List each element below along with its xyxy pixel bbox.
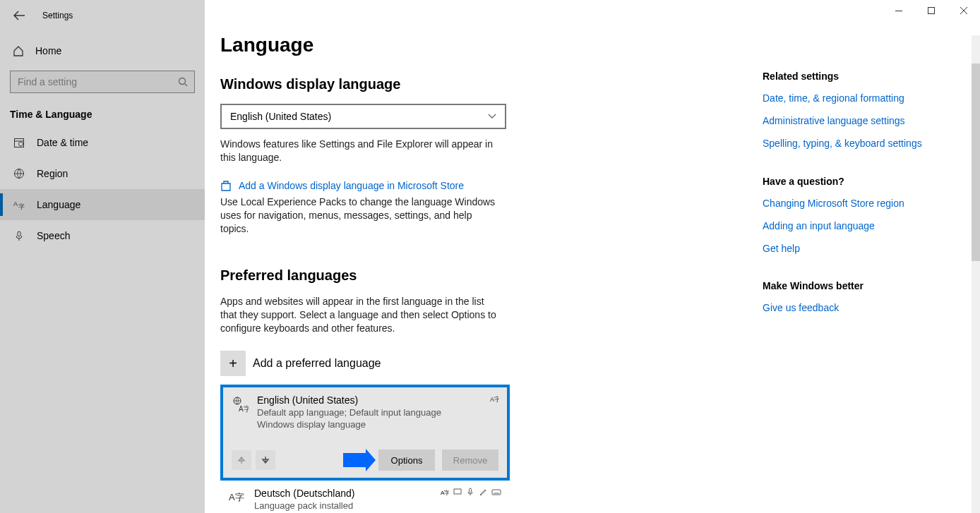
- content: Language Windows display language Englis…: [220, 34, 757, 499]
- search-icon: [178, 77, 188, 87]
- display-language-select[interactable]: English (United States): [220, 104, 506, 129]
- main-area: Language Windows display language Englis…: [205, 0, 980, 513]
- svg-text:A: A: [13, 200, 18, 207]
- svg-rect-12: [18, 231, 20, 236]
- keyboard-icon: [491, 488, 501, 496]
- language-item-icon: A字: [232, 394, 249, 413]
- search-box[interactable]: [10, 71, 195, 93]
- related-link[interactable]: Date, time, & regional formatting: [763, 92, 926, 104]
- maximize-button[interactable]: [915, 0, 948, 21]
- svg-line-5: [185, 84, 188, 87]
- add-language-row[interactable]: + Add a preferred language: [220, 351, 757, 376]
- titlebar: Settings: [0, 6, 205, 25]
- options-button[interactable]: Options: [378, 449, 435, 471]
- svg-rect-18: [454, 489, 461, 494]
- move-up-button[interactable]: [232, 450, 251, 470]
- globe-icon: [13, 168, 25, 179]
- minimize-button[interactable]: [883, 0, 915, 21]
- nav-category: Time & Language: [0, 109, 205, 120]
- language-item-sub1: Language pack installed: [254, 500, 354, 511]
- scrollbar[interactable]: [972, 35, 980, 513]
- nav-date-time[interactable]: Date & time: [0, 127, 205, 158]
- svg-text:字: 字: [18, 203, 25, 210]
- svg-text:A字: A字: [229, 492, 244, 502]
- language-item-name: Deutsch (Deutschland): [254, 488, 354, 499]
- language-item-selected[interactable]: A字 English (United States) Default app l…: [220, 385, 510, 481]
- speech-icon: [466, 488, 474, 496]
- add-language-label: Add a preferred language: [253, 357, 381, 370]
- svg-rect-1: [928, 8, 935, 14]
- plus-icon[interactable]: +: [220, 351, 246, 376]
- microphone-icon: [13, 230, 25, 241]
- aside: Related settings Date, time, & regional …: [757, 34, 926, 499]
- help-link[interactable]: Changing Microsoft Store region: [763, 197, 926, 210]
- search-input[interactable]: [10, 71, 195, 93]
- related-link[interactable]: Administrative language settings: [763, 114, 926, 127]
- nav-language[interactable]: A字 Language: [0, 189, 205, 220]
- home-nav[interactable]: Home: [0, 38, 205, 64]
- home-label: Home: [35, 45, 61, 56]
- svg-text:A字: A字: [490, 396, 498, 403]
- svg-point-8: [19, 142, 23, 146]
- language-item-sub2: Windows display language: [257, 419, 441, 430]
- language-icon: A字: [13, 199, 25, 210]
- move-down-button[interactable]: [256, 450, 275, 470]
- preferred-heading: Preferred languages: [220, 267, 757, 284]
- sidebar: Settings Home Time & Language Date & tim…: [0, 0, 205, 513]
- feedback-link[interactable]: Give us feedback: [763, 301, 926, 314]
- lep-caption: Use Local Experience Packs to change the…: [220, 195, 503, 236]
- language-item-name: English (United States): [257, 394, 441, 406]
- remove-button[interactable]: Remove: [442, 449, 498, 471]
- handwriting-icon: [479, 488, 487, 496]
- nav-item-label: Speech: [37, 230, 70, 241]
- related-heading: Related settings: [763, 71, 926, 82]
- nav-region[interactable]: Region: [0, 158, 205, 189]
- feedback-heading: Make Windows better: [763, 280, 926, 291]
- svg-point-4: [179, 78, 186, 85]
- back-button[interactable]: [13, 9, 25, 22]
- app-title: Settings: [42, 11, 73, 20]
- svg-text:A字: A字: [441, 490, 449, 496]
- language-item[interactable]: A字 Deutsch (Deutschland) Language pack i…: [220, 481, 510, 513]
- help-link[interactable]: Get help: [763, 242, 926, 255]
- svg-rect-19: [470, 488, 472, 493]
- text-to-speech-icon: A字: [441, 488, 449, 496]
- question-heading: Have a question?: [763, 176, 926, 187]
- store-icon: [220, 180, 232, 191]
- nav-item-label: Language: [37, 199, 80, 210]
- display-lang-heading: Windows display language: [220, 76, 757, 92]
- svg-rect-20: [492, 490, 501, 495]
- svg-rect-0: [895, 11, 902, 11]
- nav-speech[interactable]: Speech: [0, 220, 205, 251]
- preferred-caption: Apps and websites will appear in the fir…: [220, 295, 499, 335]
- language-item-sub1: Default app language; Default input lang…: [257, 407, 441, 418]
- language-features-badges: A字: [441, 488, 501, 496]
- annotation-arrow: [343, 453, 367, 467]
- window-controls: [883, 0, 980, 21]
- chevron-down-icon: [488, 114, 496, 119]
- related-link[interactable]: Spelling, typing, & keyboard settings: [763, 137, 926, 150]
- add-display-language-link[interactable]: Add a Windows display language in Micros…: [239, 180, 464, 191]
- clock-icon: [13, 137, 25, 148]
- nav-item-label: Region: [37, 168, 68, 179]
- display-caption: Windows features like Settings and File …: [220, 138, 503, 164]
- svg-text:A字: A字: [239, 405, 249, 413]
- language-features-badges: A字: [490, 394, 498, 403]
- help-link[interactable]: Adding an input language: [763, 219, 926, 232]
- scroll-thumb[interactable]: [972, 64, 980, 261]
- nav-item-label: Date & time: [37, 137, 88, 148]
- display-language-value: English (United States): [230, 111, 331, 122]
- page-title: Language: [220, 34, 757, 56]
- close-button[interactable]: [948, 0, 980, 21]
- language-item-icon: A字: [229, 488, 246, 503]
- home-icon: [13, 45, 24, 56]
- display-icon: [453, 488, 462, 496]
